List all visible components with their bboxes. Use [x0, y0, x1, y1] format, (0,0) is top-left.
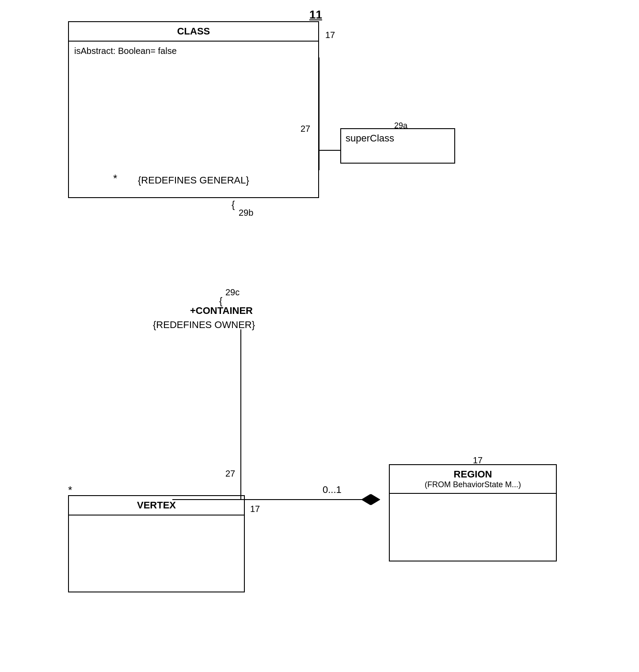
region-box-subheader: (FROM BehaviorState M...)	[395, 480, 551, 489]
lower-multiplicity-star: *	[68, 484, 72, 496]
class-box-header: CLASS	[69, 22, 318, 42]
vertex-box: VERTEX	[68, 495, 245, 592]
redefines-owner-label: {REDEFINES OWNER}	[153, 319, 255, 331]
superclass-label: superClass	[346, 133, 394, 144]
lower-multiplicity-01: 0...1	[323, 484, 342, 496]
superclass-box: 29a superClass	[340, 128, 455, 164]
class-box-body: isAbstract: Boolean= false	[69, 42, 318, 61]
diagram-container: 11 CLASS isAbstract: Boolean= false 17 2…	[0, 0, 639, 672]
vertex-box-body	[69, 515, 244, 533]
region-box-body	[390, 494, 556, 512]
label-29b: 29b	[239, 208, 253, 218]
redefines-general-label: {REDEFINES GENERAL}	[138, 175, 249, 186]
label-29c: 29c	[225, 287, 240, 298]
svg-marker-6	[362, 494, 380, 505]
svg-marker-11	[361, 494, 379, 505]
upper-label-27: 27	[300, 124, 310, 134]
region-label-17: 17	[473, 455, 483, 466]
upper-multiplicity-star: *	[113, 172, 117, 185]
lower-label-27: 27	[225, 469, 235, 479]
container-label: +CONTAINER	[190, 305, 253, 317]
region-box: REGION (FROM BehaviorState M...)	[389, 464, 557, 561]
role-annotation-29a: 29a	[394, 121, 407, 130]
brace-29b: {	[232, 199, 235, 210]
region-box-header: REGION (FROM BehaviorState M...)	[390, 465, 556, 494]
vertex-box-header: VERTEX	[69, 496, 244, 515]
class-box: CLASS isAbstract: Boolean= false	[68, 21, 319, 198]
class-box-label-17: 17	[325, 30, 335, 40]
figure-number: 11	[309, 8, 322, 22]
vertex-label-17: 17	[250, 504, 260, 514]
